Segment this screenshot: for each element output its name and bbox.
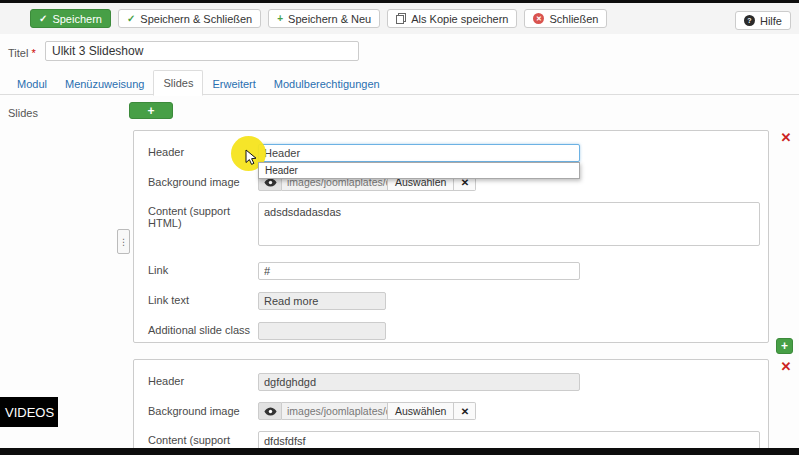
add-slide-button[interactable]: + [129,102,173,119]
link-input[interactable] [258,262,580,280]
slide-class-field-label: Additional slide class [148,321,258,340]
background-image-label: Background image [148,173,258,191]
header-input[interactable] [258,373,580,391]
eye-icon [264,407,277,416]
link-text-field-label: Link text [148,291,258,310]
link-field-label: Link [148,261,258,280]
autocomplete-suggestion[interactable]: Header [259,163,579,178]
preview-button[interactable] [258,402,282,420]
remove-slide-2-button[interactable]: ✕ [778,359,794,375]
select-image-button[interactable]: Auswählen [388,402,454,420]
check-icon: ✓ [127,14,135,24]
tab-menuezuweisung[interactable]: Menüzuweisung [56,72,154,96]
background-image-group: images/joomlaplates/demo-l Auswählen ✕ [258,402,476,420]
copy-icon [396,13,406,24]
close-button-label: Schließen [549,13,598,25]
slide-panel-2: Header Background image images/joomlapla… [133,359,769,455]
videos-watermark: VIDEOS [0,397,58,427]
content-textarea[interactable]: adsdsdadasdas [258,202,760,246]
title-field-label: Titel * [8,47,36,59]
save-copy-button[interactable]: Als Kopie speichern [387,9,517,28]
tab-bar: Modul Menüzuweisung Slides Erweitert Mod… [8,70,389,96]
save-copy-button-label: Als Kopie speichern [411,13,508,25]
tab-modulberechtigungen[interactable]: Modulberechtigungen [265,72,389,96]
slide-class-input[interactable] [258,322,386,340]
link-text-input[interactable] [258,292,386,310]
toolbar-button-group: ✓ Speichern ✓ Speichern & Schließen + Sp… [30,9,607,28]
plus-icon: + [147,105,154,117]
save-check-icon: ✓ [39,14,47,24]
clear-image-button[interactable]: ✕ [454,402,476,420]
letterbox-top-bar [0,0,799,3]
content-field-label: Content (support HTML) [148,202,258,250]
save-new-button-label: Speichern & Neu [288,13,371,25]
header-input[interactable] [258,144,580,162]
slides-section-label: Slides [8,107,38,119]
help-button-label: Hilfe [760,15,782,27]
save-new-button[interactable]: + Speichern & Neu [268,9,380,28]
save-button-label: Speichern [52,13,102,25]
save-close-button[interactable]: ✓ Speichern & Schließen [118,9,261,28]
save-close-button-label: Speichern & Schließen [140,13,252,25]
tab-modul[interactable]: Modul [8,72,56,96]
plus-icon: + [781,340,788,352]
help-button[interactable]: ? Hilfe [735,11,791,30]
background-image-label: Background image [148,402,258,420]
tab-erweitert[interactable]: Erweitert [203,72,264,96]
remove-slide-1-button[interactable]: ✕ [778,130,794,146]
title-label-text: Titel [8,47,28,59]
add-slide-below-button[interactable]: + [776,338,793,354]
slide-panel-1: Header Header Background image images/jo… [133,130,769,343]
background-image-path: images/joomlaplates/demo-l [282,402,388,420]
help-icon: ? [744,15,755,26]
slide-drag-handle[interactable]: ⋮ [117,229,130,254]
cancel-icon: ✕ [533,13,544,24]
title-input[interactable] [45,41,359,61]
letterbox-bottom-bar [0,448,799,455]
autocomplete-dropdown: Header [258,162,580,179]
cursor-pointer-icon [245,149,257,166]
close-button[interactable]: ✕ Schließen [524,9,607,28]
required-asterisk: * [31,47,35,59]
tab-slides[interactable]: Slides [153,70,203,96]
header-field-label: Header [148,372,258,391]
plus-icon: + [277,14,283,24]
toolbar: ✓ Speichern ✓ Speichern & Schließen + Sp… [0,3,799,34]
save-button[interactable]: ✓ Speichern [30,9,111,28]
